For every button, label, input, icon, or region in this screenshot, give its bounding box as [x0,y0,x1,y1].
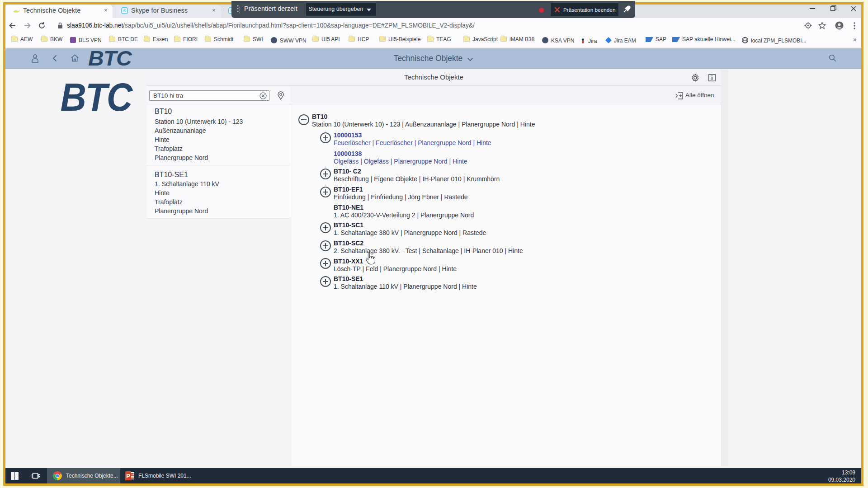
svg-text:S: S [123,8,126,13]
svg-text:P: P [126,473,130,479]
